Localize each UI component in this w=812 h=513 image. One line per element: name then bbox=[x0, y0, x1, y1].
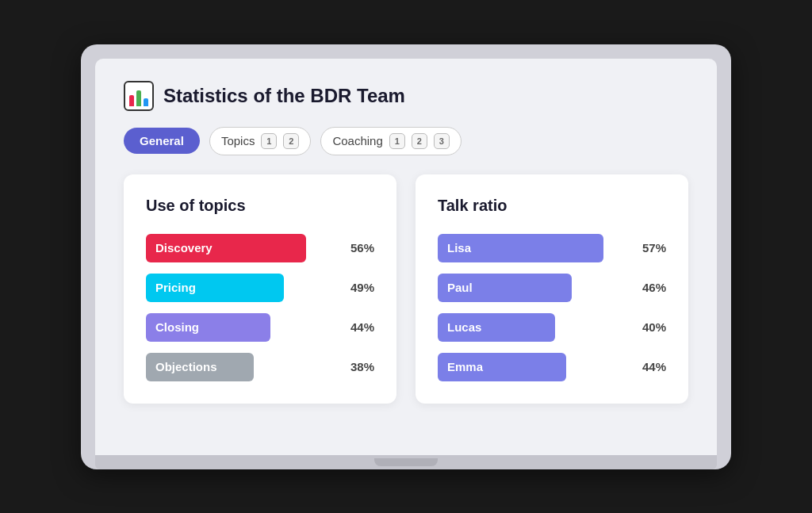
bar-pricing: Pricing bbox=[146, 274, 284, 302]
bar-row-lucas: Lucas 40% bbox=[438, 313, 666, 342]
bar-objections: Objections bbox=[146, 353, 254, 381]
bar-container-pricing: Pricing bbox=[146, 274, 335, 302]
bar-row-lisa: Lisa 57% bbox=[438, 234, 666, 262]
bar-emma: Emma bbox=[438, 353, 566, 381]
coaching-badge-3: 3 bbox=[434, 133, 450, 149]
pct-objections: 38% bbox=[344, 360, 374, 373]
bar-paul: Paul bbox=[438, 274, 572, 302]
laptop-frame: Statistics of the BDR Team General Topic… bbox=[81, 44, 731, 469]
bar-row-closing: Closing 44% bbox=[146, 313, 374, 342]
chart-icon bbox=[124, 81, 154, 111]
pct-discovery: 56% bbox=[344, 241, 374, 255]
tab-coaching[interactable]: Coaching 1 2 3 bbox=[320, 127, 461, 155]
bar-container-objections: Objections bbox=[146, 353, 335, 381]
bar-lucas: Lucas bbox=[438, 313, 555, 342]
bar-container-closing: Closing bbox=[146, 313, 335, 342]
bar-row-emma: Emma 44% bbox=[438, 353, 666, 381]
pct-lucas: 40% bbox=[636, 320, 666, 334]
topics-badge-2: 2 bbox=[283, 133, 299, 149]
coaching-badge-2: 2 bbox=[412, 133, 427, 149]
bar-container-paul: Paul bbox=[438, 274, 626, 302]
screen-content: Statistics of the BDR Team General Topic… bbox=[95, 59, 717, 455]
bar-discovery: Discovery bbox=[146, 234, 306, 262]
pct-closing: 44% bbox=[344, 320, 374, 334]
bar-container-lucas: Lucas bbox=[438, 313, 626, 342]
bar-container-emma: Emma bbox=[438, 353, 626, 381]
bar-container-lisa: Lisa bbox=[438, 234, 626, 262]
cards-row: Use of topics Discovery 56% Pricing bbox=[124, 174, 688, 404]
pct-emma: 44% bbox=[636, 360, 666, 373]
topics-card: Use of topics Discovery 56% Pricing bbox=[124, 174, 396, 404]
bar-closing: Closing bbox=[146, 313, 270, 342]
pct-lisa: 57% bbox=[636, 241, 666, 255]
tab-topics[interactable]: Topics 1 2 bbox=[209, 127, 312, 155]
tab-general[interactable]: General bbox=[124, 128, 200, 154]
bar-row-paul: Paul 46% bbox=[438, 274, 666, 302]
page-header: Statistics of the BDR Team bbox=[124, 81, 688, 111]
bar-lisa: Lisa bbox=[438, 234, 603, 262]
laptop-base bbox=[95, 455, 717, 469]
topics-badge-1: 1 bbox=[261, 133, 277, 149]
talk-ratio-card: Talk ratio Lisa 57% Paul 46 bbox=[416, 174, 688, 404]
talk-ratio-card-title: Talk ratio bbox=[438, 197, 666, 215]
pct-paul: 46% bbox=[636, 281, 666, 294]
bar-row-pricing: Pricing 49% bbox=[146, 274, 374, 302]
page-title: Statistics of the BDR Team bbox=[163, 85, 405, 107]
tab-bar: General Topics 1 2 Coaching 1 2 3 bbox=[124, 127, 688, 155]
bar-row-objections: Objections 38% bbox=[146, 353, 374, 381]
coaching-badge-1: 1 bbox=[389, 133, 405, 149]
pct-pricing: 49% bbox=[344, 281, 374, 294]
bar-container-discovery: Discovery bbox=[146, 234, 335, 262]
bar-row-discovery: Discovery 56% bbox=[146, 234, 374, 262]
laptop-notch bbox=[374, 458, 438, 466]
topics-card-title: Use of topics bbox=[146, 197, 374, 215]
